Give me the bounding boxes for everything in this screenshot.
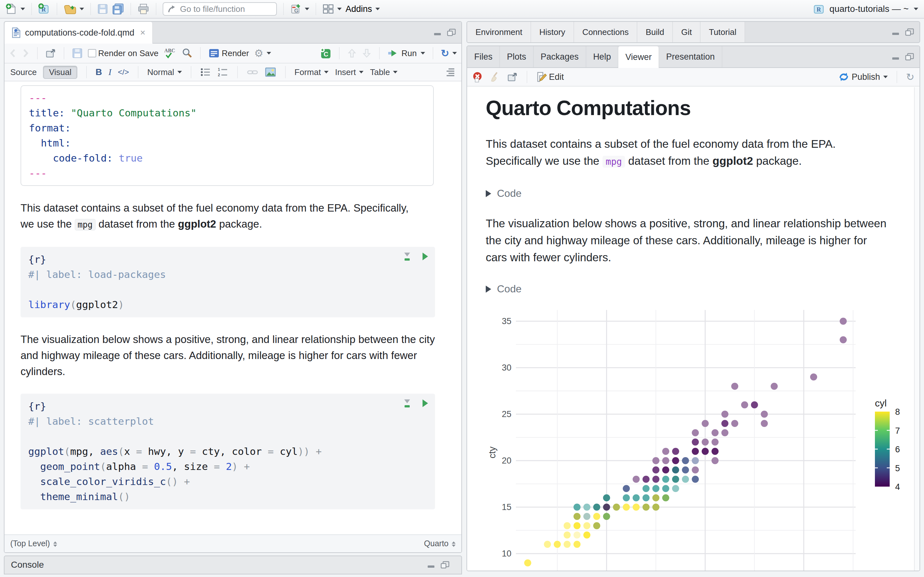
rerun-button[interactable]: ↻ [441, 47, 457, 59]
addins-button[interactable]: Addins [346, 4, 380, 14]
scope-selector[interactable]: (Top Level) [10, 539, 57, 548]
close-icon[interactable]: × [140, 27, 145, 38]
tab-plots[interactable]: Plots [500, 46, 533, 67]
run-above-icon[interactable] [402, 251, 412, 261]
render-button[interactable]: Render [208, 48, 249, 59]
search-icon [182, 48, 192, 59]
outline-button[interactable] [445, 67, 456, 77]
link-button[interactable] [247, 67, 258, 77]
new-file-button[interactable] [6, 3, 25, 15]
clear-viewer-button[interactable] [489, 71, 501, 82]
run-chunk-icon[interactable] [421, 251, 429, 261]
save-all-button[interactable] [112, 3, 124, 15]
code-line: --- [29, 90, 425, 105]
maximize-icon[interactable] [447, 28, 456, 37]
svg-text:R: R [817, 6, 821, 13]
forward-button[interactable] [22, 48, 29, 58]
paragraph-style-dropdown[interactable]: Normal [147, 67, 182, 77]
inline-code: mpg [75, 219, 95, 230]
minimize-icon[interactable] [891, 28, 900, 36]
back-button[interactable] [9, 48, 17, 58]
publish-button[interactable]: Publish [838, 71, 888, 82]
run-button[interactable]: Run [387, 48, 425, 58]
popout-button[interactable] [45, 48, 56, 58]
maximize-icon[interactable] [905, 53, 914, 61]
code-fold-toggle[interactable]: Code [486, 187, 919, 199]
code-line: theme_minimal() [28, 489, 427, 504]
go-next-section-button[interactable] [362, 48, 372, 58]
project-menu-button[interactable]: R quarto-tutorials — ~ [813, 3, 918, 15]
stop-button[interactable] [472, 71, 483, 82]
image-button[interactable] [265, 67, 276, 77]
yaml-block[interactable]: ---title: "Quarto Computations"format: h… [21, 85, 434, 186]
tab-computations-code-fold-qmd[interactable]: computations-code-fold.qmd × [5, 22, 153, 44]
minimize-icon[interactable] [427, 561, 436, 569]
source-mode-button[interactable]: Source [10, 67, 37, 77]
render-on-save-checkbox[interactable]: Render on Save [88, 48, 158, 58]
editor-paragraph[interactable]: This dataset contains a subset of the fu… [21, 200, 412, 233]
tab-presentation[interactable]: Presentation [659, 46, 722, 67]
editor-paragraph[interactable]: The visualization below shows a positive… [21, 332, 443, 380]
divider [156, 3, 156, 15]
pane-layout-button[interactable] [322, 3, 342, 15]
tab-tutorial[interactable]: Tutorial [700, 22, 745, 42]
save-icon [97, 3, 108, 15]
format-dropdown[interactable]: Format [294, 67, 328, 77]
tab-environment[interactable]: Environment [467, 22, 531, 42]
tab-connections[interactable]: Connections [574, 22, 638, 42]
table-dropdown[interactable]: Table [370, 67, 397, 77]
italic-button[interactable]: I [108, 67, 111, 77]
insert-chunk-icon: C [320, 47, 331, 59]
svg-text:35: 35 [502, 316, 511, 326]
code-chunk-scatterplot[interactable]: {r}#| label: scatterplot ggplot(mpg, aes… [21, 394, 435, 509]
code-line: #| label: load-packages [28, 267, 427, 282]
console-pane-header[interactable]: Console [4, 556, 462, 574]
code-fold-toggle[interactable]: Code [486, 283, 919, 295]
version-control-button[interactable]: G [290, 3, 309, 15]
maximize-icon[interactable] [905, 28, 914, 36]
editor-content[interactable]: ---title: "Quarto Computations"format: h… [5, 81, 461, 534]
visual-mode-button[interactable]: Visual [43, 66, 77, 79]
save-button[interactable] [97, 3, 108, 15]
print-button[interactable] [137, 3, 150, 15]
rendered-document[interactable]: Quarto Computations This dataset contain… [467, 87, 919, 571]
tab-git[interactable]: Git [673, 22, 700, 42]
insert-dropdown[interactable]: Insert [335, 67, 363, 77]
code-button[interactable]: </> [118, 68, 129, 77]
viewer-popout-button[interactable] [507, 72, 518, 82]
tab-help[interactable]: Help [586, 46, 619, 67]
document-title: Quarto Computations [486, 96, 919, 120]
run-chunk-icon[interactable] [421, 398, 429, 408]
refresh-viewer-button[interactable]: ↻ [906, 71, 914, 83]
tab-packages[interactable]: Packages [533, 46, 586, 67]
chevron-down-icon [21, 8, 25, 10]
numbered-list-button[interactable]: 12 [218, 67, 228, 77]
file-type-selector[interactable]: Quarto [424, 539, 456, 548]
tab-history[interactable]: History [531, 22, 574, 42]
save-icon [72, 48, 83, 59]
code-chunk-load-packages[interactable]: {r}#| label: load-packages library(ggplo… [21, 247, 435, 318]
code-line [28, 282, 427, 297]
tab-files[interactable]: Files [467, 46, 500, 67]
new-project-button[interactable]: R [38, 3, 50, 15]
insert-chunk-button[interactable]: C [320, 47, 331, 59]
viewer-scrollbar[interactable] [914, 87, 919, 571]
bullet-list-button[interactable] [200, 67, 211, 77]
maximize-icon[interactable] [440, 561, 450, 569]
tab-build[interactable]: Build [637, 22, 673, 42]
go-previous-section-button[interactable] [347, 48, 357, 58]
minimize-icon[interactable] [433, 29, 442, 36]
spellcheck-button[interactable]: ABC [164, 47, 176, 59]
find-button[interactable] [182, 48, 192, 59]
svg-text:30: 30 [502, 363, 511, 372]
tab-viewer[interactable]: Viewer [618, 46, 659, 68]
save-document-button[interactable] [72, 48, 83, 59]
run-above-icon[interactable] [402, 398, 412, 408]
minimize-icon[interactable] [891, 53, 900, 61]
render-options-button[interactable]: ⚙ [254, 47, 271, 59]
bold-button[interactable]: B [95, 67, 102, 77]
image-icon [265, 67, 276, 77]
goto-file-input[interactable]: Go to file/function [163, 2, 277, 16]
open-file-button[interactable] [63, 3, 84, 15]
edit-button[interactable]: Edit [536, 71, 564, 82]
